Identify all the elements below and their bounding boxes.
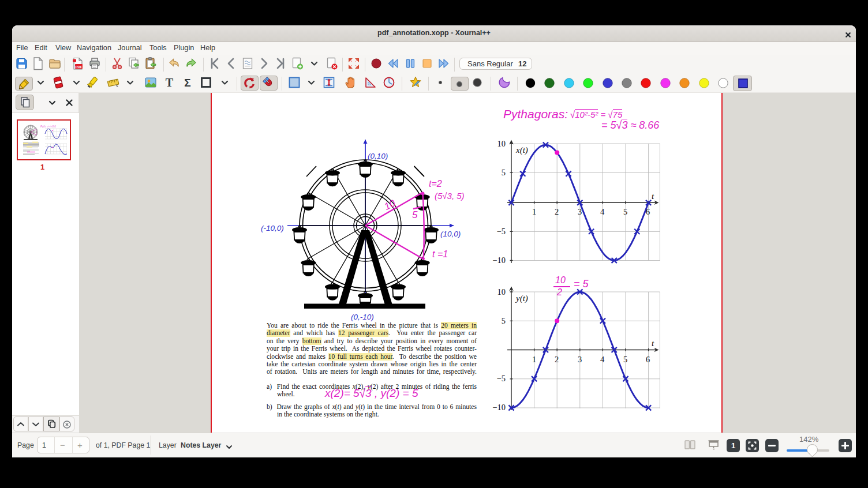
svg-text:−5: −5	[497, 374, 506, 383]
svg-text:(0,-10): (0,-10)	[351, 313, 374, 321]
svg-text:3: 3	[578, 207, 582, 216]
svg-text:Pyth: √-√≈8.6: Pyth: √-√≈8.6	[40, 125, 56, 128]
svg-text:(10,0): (10,0)	[440, 230, 461, 238]
svg-text:5: 5	[412, 209, 418, 220]
svg-text:10: 10	[383, 197, 398, 212]
svg-text:(0,10): (0,10)	[368, 152, 388, 160]
svg-text:(-10,0): (-10,0)	[261, 224, 284, 232]
svg-text:y(t): y(t)	[515, 294, 528, 303]
svg-text:−10: −10	[492, 256, 506, 265]
svg-text:t: t	[652, 339, 654, 348]
svg-text:10: 10	[497, 139, 506, 148]
svg-text:5: 5	[623, 355, 627, 364]
svg-text:PDF: PDF	[76, 65, 83, 69]
svg-text:5: 5	[623, 207, 627, 216]
svg-text:−10: −10	[492, 403, 506, 412]
svg-text:4: 4	[600, 207, 605, 216]
svg-text:t =1: t =1	[432, 249, 448, 259]
svg-text:3: 3	[578, 355, 582, 364]
svg-text:1: 1	[532, 207, 536, 216]
svg-text:(5√3, 5): (5√3, 5)	[435, 191, 465, 201]
svg-text:6: 6	[646, 355, 650, 364]
svg-text:6: 6	[646, 207, 650, 216]
svg-text:4: 4	[600, 355, 605, 364]
svg-text:5: 5	[502, 168, 506, 177]
svg-text:5: 5	[502, 316, 506, 325]
svg-text:t=2: t=2	[429, 179, 442, 189]
svg-text:1: 1	[532, 355, 536, 364]
svg-text:2: 2	[555, 207, 559, 216]
svg-text:10: 10	[497, 287, 506, 296]
svg-text:t: t	[652, 192, 654, 201]
svg-text:x(t): x(t)	[515, 145, 528, 155]
svg-text:−5: −5	[497, 227, 506, 236]
svg-text:2: 2	[555, 355, 559, 364]
